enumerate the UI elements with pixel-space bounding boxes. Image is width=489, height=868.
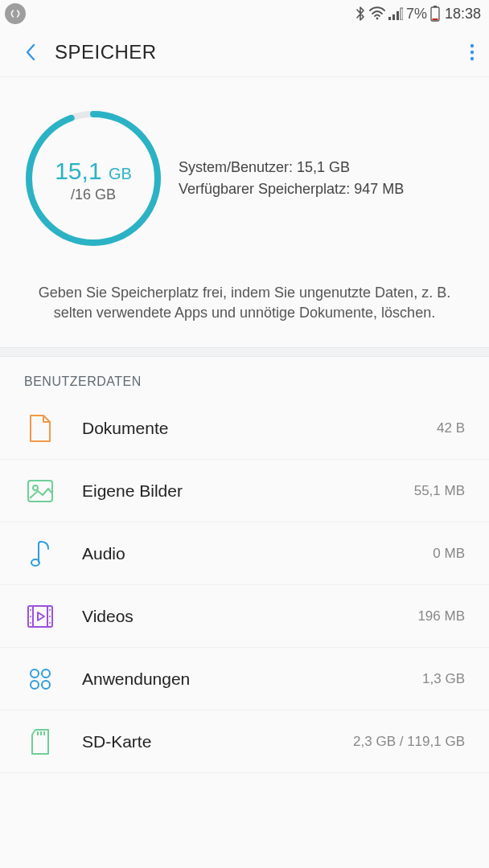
battery-icon	[430, 6, 440, 22]
svg-point-15	[31, 559, 39, 566]
document-icon	[24, 412, 56, 444]
storage-summary: 15,1 GB /16 GB System/Benutzer: 15,1 GB …	[0, 77, 489, 347]
svg-rect-3	[397, 11, 399, 20]
storage-total: /16 GB	[71, 186, 116, 203]
userdata-section-title: BENUTZERDATEN	[0, 357, 489, 397]
section-separator	[0, 347, 489, 357]
svg-point-0	[376, 18, 379, 20]
svg-point-28	[42, 681, 50, 689]
svg-point-27	[31, 681, 39, 689]
svg-rect-7	[432, 18, 438, 20]
item-value: 196 MB	[417, 608, 465, 624]
storage-ring-chart: 15,1 GB /16 GB	[24, 109, 162, 248]
page-title: SPEICHER	[55, 41, 157, 63]
svg-point-9	[471, 50, 474, 53]
svg-point-8	[471, 43, 474, 47]
apps-icon	[24, 663, 56, 695]
item-label: Anwendungen	[82, 669, 422, 689]
status-time: 18:38	[445, 6, 481, 23]
image-icon	[24, 475, 56, 507]
list-item-images[interactable]: Eigene Bilder 55,1 MB	[0, 460, 489, 522]
item-label: Audio	[82, 544, 433, 563]
item-label: Dokumente	[82, 419, 437, 438]
item-value: 55,1 MB	[414, 483, 465, 499]
system-user-label: System/Benutzer: 15,1 GB	[179, 159, 404, 176]
svg-rect-13	[28, 481, 52, 502]
wifi-icon	[369, 6, 385, 21]
svg-point-25	[31, 669, 39, 678]
svg-point-10	[471, 56, 474, 59]
list-item-sdcard[interactable]: SD-Karte 2,3 GB / 119,1 GB	[0, 710, 489, 773]
list-item-documents[interactable]: Dokumente 42 B	[0, 397, 489, 460]
svg-point-14	[33, 485, 38, 490]
list-item-audio[interactable]: Audio 0 MB	[0, 522, 489, 585]
item-label: Videos	[82, 607, 417, 626]
battery-percent: 7%	[406, 6, 427, 23]
svg-point-19	[30, 609, 31, 611]
back-button[interactable]	[14, 36, 47, 68]
userdata-list: Dokumente 42 B Eigene Bilder 55,1 MB Aud…	[0, 397, 489, 773]
svg-point-23	[49, 616, 51, 617]
music-note-icon	[24, 538, 56, 570]
more-button[interactable]	[442, 36, 475, 68]
svg-rect-6	[434, 6, 437, 7]
available-label: Verfügbarer Speicherplatz: 947 MB	[179, 181, 404, 198]
list-item-videos[interactable]: Videos 196 MB	[0, 585, 489, 648]
svg-point-26	[42, 669, 50, 678]
shazam-icon	[5, 3, 26, 24]
svg-point-22	[49, 609, 51, 611]
item-value: 2,3 GB / 119,1 GB	[353, 734, 465, 750]
svg-rect-4	[401, 8, 403, 20]
svg-rect-2	[392, 14, 395, 20]
svg-point-24	[49, 622, 51, 624]
item-value: 1,3 GB	[422, 671, 465, 687]
status-bar: 7% 18:38	[0, 0, 489, 27]
storage-hint: Geben Sie Speicherplatz frei, indem Sie …	[24, 283, 465, 323]
svg-rect-16	[28, 606, 52, 627]
item-label: Eigene Bilder	[82, 481, 414, 501]
list-item-apps[interactable]: Anwendungen 1,3 GB	[0, 648, 489, 710]
signal-icon	[388, 7, 403, 20]
svg-rect-1	[388, 17, 391, 20]
svg-point-20	[30, 616, 31, 617]
app-bar: SPEICHER	[0, 27, 489, 77]
bluetooth-icon	[355, 6, 366, 21]
film-icon	[24, 600, 56, 633]
item-label: SD-Karte	[82, 732, 353, 751]
item-value: 42 B	[437, 420, 465, 436]
item-value: 0 MB	[433, 546, 465, 562]
storage-used: 15,1 GB	[55, 158, 132, 185]
svg-point-21	[30, 622, 31, 624]
sdcard-icon	[24, 726, 56, 758]
